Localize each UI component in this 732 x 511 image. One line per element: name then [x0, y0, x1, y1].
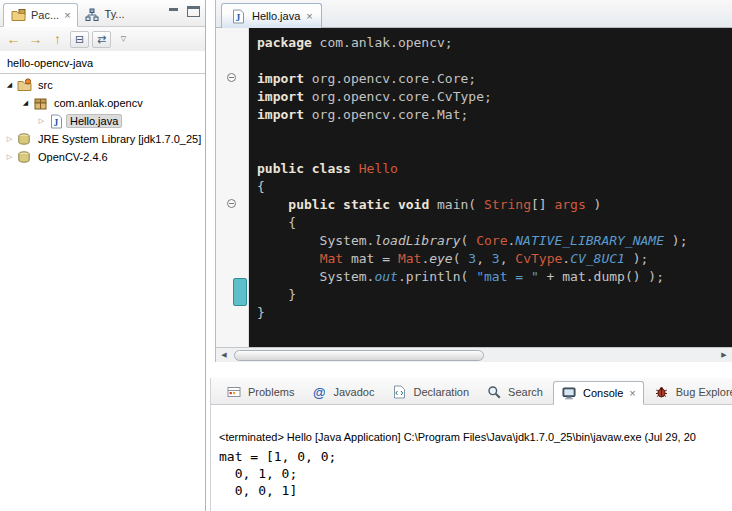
view-tab-ty[interactable]: Ty... — [78, 2, 131, 26]
java-file-icon: J — [48, 114, 64, 129]
collapse-all-icon[interactable]: ⊟ — [70, 31, 89, 48]
code-token: + mat.dump() ); — [539, 269, 664, 284]
tab-label: Declaration — [413, 386, 469, 398]
code-token: org.opencv.core.Mat; — [304, 107, 468, 122]
go-up-icon[interactable]: ↑ — [48, 31, 67, 48]
code-line[interactable] — [257, 124, 732, 142]
package-icon — [32, 96, 48, 111]
tab-declaration[interactable]: Declaration — [384, 380, 476, 404]
code-token: org.opencv.core.CvType; — [304, 89, 492, 104]
console-line: mat = [1, 0, 0; — [219, 448, 732, 465]
bug-icon — [654, 385, 670, 400]
console-view: Problems@JavadocDeclarationSearchConsole… — [210, 378, 732, 511]
code-token: class — [312, 161, 351, 176]
code-token: main( — [429, 197, 484, 212]
code-line[interactable] — [257, 52, 732, 70]
code-line[interactable]: import org.opencv.core.CvType; — [257, 88, 732, 106]
editor-body: package com.anlak.opencv; import org.ope… — [216, 28, 732, 347]
back-icon[interactable]: ← — [4, 31, 23, 48]
code-token — [304, 161, 312, 176]
code-line[interactable]: import org.opencv.core.Core; — [257, 70, 732, 88]
tree-item-src[interactable]: ◢src — [0, 76, 205, 94]
source-folder-icon — [16, 78, 32, 93]
code-line[interactable]: System.loadLibrary( Core.NATIVE_LIBRARY_… — [257, 232, 732, 250]
tree-item-opencv-2-4-6[interactable]: ▷OpenCV-2.4.6 — [0, 148, 205, 166]
fold-collapse-icon[interactable] — [227, 199, 236, 208]
tree-item-label: JRE System Library [jdk1.7.0_25] — [34, 132, 205, 146]
expand-arrow-icon[interactable]: ▷ — [35, 117, 48, 125]
tab-problems[interactable]: Problems — [219, 380, 301, 404]
code-token: loadLibrary — [374, 233, 460, 248]
editor-annotation-ruler[interactable] — [216, 28, 249, 347]
code-token: } — [257, 305, 265, 320]
tree-item-label: com.anlak.opencv — [50, 96, 147, 110]
code-line[interactable]: } — [257, 286, 732, 304]
project-tree[interactable]: hello-opencv-java◢src◢com.anlak.opencv▷J… — [0, 51, 205, 166]
close-icon[interactable]: × — [306, 11, 312, 22]
scroll-left-icon[interactable]: ◀ — [216, 348, 232, 362]
collapse-arrow-icon[interactable]: ◢ — [3, 81, 16, 89]
tab-search[interactable]: Search — [479, 380, 550, 404]
code-line[interactable]: public class Hello — [257, 160, 732, 178]
editor-hscrollbar[interactable]: ◀ ▶ — [216, 347, 732, 362]
code-line[interactable]: { — [257, 178, 732, 196]
view-tab-pac[interactable]: Pac...× — [3, 3, 78, 27]
code-line[interactable]: public static void main( String[] args ) — [257, 196, 732, 214]
code-token: 3 — [468, 251, 476, 266]
code-editor[interactable]: package com.anlak.opencv; import org.ope… — [249, 28, 732, 347]
code-token: Hello — [359, 161, 398, 176]
minimize-view-icon[interactable] — [167, 6, 180, 17]
code-token: Mat — [320, 251, 343, 266]
declaration-icon — [391, 385, 407, 400]
scroll-right-icon[interactable]: ▶ — [716, 348, 732, 362]
code-token: args — [554, 197, 585, 212]
tree-item-jre-system-library-jdk1-7-0-25[interactable]: ▷JRE System Library [jdk1.7.0_25] — [0, 130, 205, 148]
forward-icon[interactable]: → — [26, 31, 45, 48]
close-icon[interactable]: × — [64, 10, 70, 21]
code-token: .println( — [398, 269, 476, 284]
code-line[interactable]: import org.opencv.core.Mat; — [257, 106, 732, 124]
code-token: System. — [257, 269, 374, 284]
view-menu-icon[interactable]: ▽ — [114, 31, 133, 48]
code-token: import — [257, 71, 304, 86]
console-content[interactable]: <terminated> Hello [Java Application] C:… — [211, 405, 732, 511]
fold-collapse-icon[interactable] — [227, 73, 236, 82]
code-line[interactable]: } — [257, 304, 732, 322]
expand-arrow-icon[interactable]: ▷ — [3, 153, 16, 161]
code-token: 3 — [492, 251, 500, 266]
explorer-toolbar: ←→↑⊟⇄▽ — [0, 27, 205, 51]
tree-item-label: OpenCV-2.4.6 — [34, 150, 112, 164]
code-line[interactable]: System.out.println( "mat = " + mat.dump(… — [257, 268, 732, 286]
code-token — [390, 197, 398, 212]
console-line: 0, 0, 1] — [219, 482, 732, 499]
code-token: String — [484, 197, 531, 212]
package-explorer-panel: Pac...×Ty... ←→↑⊟⇄▽ hello-opencv-java◢sr… — [0, 0, 206, 511]
code-token — [335, 197, 343, 212]
code-line[interactable]: package com.anlak.opencv; — [257, 34, 732, 52]
tab-bug-explorer[interactable]: Bug Explorer — [647, 380, 732, 404]
code-token — [257, 251, 320, 266]
scrollbar-thumb[interactable] — [234, 350, 484, 361]
tab-console[interactable]: Console× — [553, 381, 644, 405]
tree-item-label: src — [34, 78, 57, 92]
expand-arrow-icon[interactable]: ▷ — [3, 135, 16, 143]
tree-item-hello-opencv-java[interactable]: hello-opencv-java — [0, 54, 205, 72]
tab-javadoc[interactable]: @Javadoc — [304, 380, 381, 404]
code-token: com.anlak.opencv; — [312, 35, 453, 50]
code-line[interactable]: Mat mat = Mat.eye( 3, 3, CvType.CV_8UC1 … — [257, 250, 732, 268]
code-token: . — [562, 251, 570, 266]
link-with-editor-icon[interactable]: ⇄ — [92, 31, 111, 48]
collapse-arrow-icon[interactable]: ◢ — [19, 99, 32, 107]
tree-item-com-anlak-opencv[interactable]: ◢com.anlak.opencv — [0, 94, 205, 112]
code-token: public — [257, 161, 304, 176]
close-icon[interactable]: × — [629, 388, 635, 399]
code-line[interactable]: { — [257, 214, 732, 232]
code-token: mat = — [343, 251, 398, 266]
code-token: org.opencv.core.Core; — [304, 71, 476, 86]
maximize-view-icon[interactable] — [187, 6, 200, 17]
editor-area: JHello.java× package com.anlak.opencv; i… — [215, 0, 732, 362]
tree-item-hello-java[interactable]: ▷JHello.java — [0, 112, 205, 130]
code-line[interactable] — [257, 142, 732, 160]
code-token: NATIVE_LIBRARY_NAME — [515, 233, 664, 248]
editor-tab-hello-java[interactable]: JHello.java× — [221, 3, 322, 28]
